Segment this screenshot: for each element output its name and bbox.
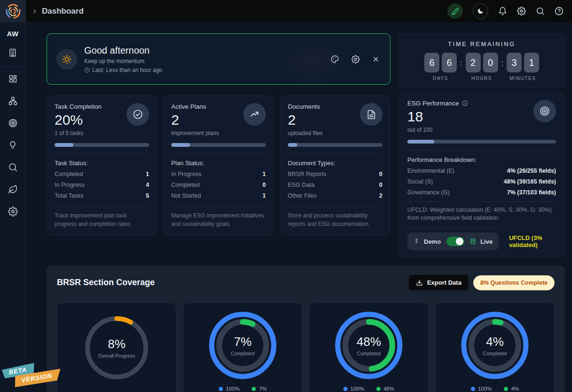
stat-description: Store and process sustainability reports…: [288, 211, 382, 228]
demo-live-toggle-group: Demo Live: [407, 232, 499, 250]
sidebar-item-sustainability[interactable]: [8, 178, 18, 200]
hierarchy-icon: [8, 96, 18, 106]
leaf-icon: [8, 184, 18, 194]
donut-card-section-a: 7% Completed 100% 7% 7 of 7 assigned Sec…: [183, 303, 302, 392]
esg-value: 18: [407, 109, 468, 124]
hours-group: 2 0 HOURS: [466, 53, 498, 81]
stat-section-title: Document Types:: [288, 160, 382, 167]
digit-tile: 1: [524, 53, 539, 72]
days-group: 6 6 DAYS: [424, 53, 457, 81]
test-tube-icon: [413, 238, 420, 245]
time-remaining-card: TIME REMAINING 6 6 DAYS : 2 0: [398, 33, 565, 88]
demo-live-switch[interactable]: [446, 237, 464, 246]
digit-tile: 6: [442, 53, 457, 72]
stat-subtitle: uploaded files: [288, 130, 323, 136]
help-icon: [555, 7, 564, 16]
stat-row: Completed0: [171, 182, 266, 188]
sidebar-item-settings[interactable]: [8, 200, 18, 222]
target-icon: [8, 118, 18, 128]
moon-icon: [477, 8, 484, 15]
hours-label: HOURS: [471, 76, 492, 81]
lightbulb-icon: [8, 140, 17, 150]
target-icon: [539, 105, 550, 117]
stat-title: Documents: [288, 103, 323, 110]
sidebar-item-goals[interactable]: [8, 112, 18, 134]
search-icon: [8, 162, 18, 172]
sidebar: AW: [0, 22, 26, 392]
greeting-title: Good afternoon: [84, 45, 162, 56]
greeting-close-button[interactable]: [372, 56, 380, 63]
stat-row: Other Files2: [288, 192, 382, 199]
settings-button[interactable]: [517, 7, 526, 16]
sidebar-nav: [8, 67, 18, 222]
gear-icon: [8, 207, 18, 216]
stat-subtitle: improvement plans: [171, 130, 219, 136]
stat-row: Completed1: [55, 171, 149, 177]
greeting-card: Good afternoon Keep up the momentum Last…: [47, 33, 390, 85]
donut-center-label: Completed: [483, 351, 507, 356]
donut-value: 7%: [234, 335, 252, 349]
stat-card-active-plans: Active Plans 2 improvement plans Plan St…: [163, 96, 274, 235]
sidebar-item-insights[interactable]: [8, 134, 17, 156]
last-activity-text: Last: Less than an hour ago: [92, 67, 162, 73]
stat-row: In Progress1: [171, 171, 266, 177]
close-icon: [372, 56, 380, 63]
donut-center-label: Overall Progress: [98, 353, 135, 359]
stat-title: Active Plans: [171, 103, 219, 110]
sun-icon: [62, 54, 72, 64]
download-icon: [416, 279, 423, 286]
days-label: DAYS: [433, 76, 448, 81]
stat-subtitle: 1 of 5 tasks: [55, 130, 102, 136]
page-title: Dashboard: [42, 7, 84, 16]
edit-button[interactable]: [447, 3, 463, 19]
donut-card-section-c: 4% Completed 100% 4% 9 of 9 assigned Sec…: [435, 303, 555, 392]
sidebar-item-search[interactable]: [8, 156, 18, 178]
demo-label: Demo: [424, 238, 441, 245]
bell-icon: [498, 7, 507, 16]
questions-complete-badge: 8% Questions Complete: [473, 275, 555, 290]
sidebar-item-organization[interactable]: [8, 48, 17, 57]
donut-value: 8%: [108, 337, 126, 352]
info-icon[interactable]: [462, 100, 468, 106]
gear-icon: [517, 7, 526, 16]
trending-up-icon: [249, 109, 260, 120]
digit-tile: 0: [483, 53, 498, 72]
stat-row: BRSR Reports0: [288, 171, 382, 177]
time-separator: :: [460, 59, 462, 68]
donut-legend: 100% 48%: [315, 386, 422, 392]
esg-note: UFCLD: Weighted calculation (E: 40%, S: …: [407, 202, 556, 228]
esg-subtitle: out of 100: [407, 127, 468, 133]
spiral-logo-icon: [5, 3, 22, 20]
sidebar-item-dashboard[interactable]: [8, 67, 18, 89]
esg-row: Environmental (E)4% (26/255 fields): [407, 168, 556, 174]
stat-value: 20%: [55, 112, 102, 128]
theme-toggle-button[interactable]: [473, 3, 488, 19]
stat-description: Manage ESG improvement initiatives and s…: [171, 211, 266, 228]
stat-row: Total Tasks5: [55, 192, 149, 199]
export-data-button[interactable]: Export Data: [409, 275, 469, 290]
sidebar-item-plans[interactable]: [8, 89, 18, 112]
app-logo[interactable]: [0, 0, 26, 22]
stat-row: Not Started1: [171, 192, 266, 199]
donut-legend: 100% 4%: [441, 386, 548, 392]
greeting-settings-button[interactable]: [351, 55, 360, 64]
search-button[interactable]: [536, 7, 545, 16]
help-button[interactable]: [555, 7, 564, 16]
brsr-title: BRSR Section Coverage: [57, 278, 155, 288]
minutes-group: 3 1 MINUTES: [507, 53, 539, 81]
gear-icon: [351, 55, 360, 64]
notifications-button[interactable]: [498, 7, 507, 16]
progress-bar: [407, 140, 556, 144]
progress-bar: [288, 143, 382, 147]
digit-tile: 3: [507, 53, 522, 72]
donut-card-section-b: 48% Completed 100% 48% 4 of 4 assigned S…: [309, 303, 429, 392]
donut-card-question-completion: 8% Overall Progress Question Completion: [57, 303, 176, 392]
palette-icon: [331, 55, 339, 64]
main-content: Good afternoon Keep up the momentum Last…: [26, 22, 572, 392]
edit-icon: [452, 8, 459, 15]
theme-palette-button[interactable]: [331, 55, 339, 64]
esg-section-title: Performance Breakdown:: [407, 156, 556, 163]
stat-card-task-completion: Task Completion 20% 1 of 5 tasks Task St…: [47, 96, 157, 235]
greeting-subtitle: Keep up the momentum: [84, 58, 162, 64]
digit-tile: 2: [466, 53, 481, 72]
